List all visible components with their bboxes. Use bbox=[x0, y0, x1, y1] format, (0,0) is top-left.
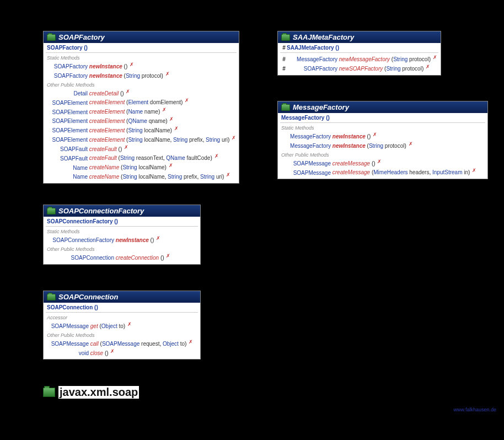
section-static: Static Methods bbox=[280, 125, 485, 131]
static-methods: SOAPFactory newInstance () ✗SOAPFactory … bbox=[46, 61, 237, 80]
method-row: SOAPElement createElement (String localN… bbox=[46, 125, 237, 135]
class-icon bbox=[47, 34, 56, 41]
method-row: SOAPConnection createConnection () ✗ bbox=[46, 253, 198, 262]
class-header: SOAPFactory bbox=[44, 31, 239, 43]
method-row: SOAPMessage call (SOAPMessage request, O… bbox=[46, 339, 198, 348]
class-header: SOAPConnectionFactory bbox=[44, 205, 200, 217]
method-row: Name createName (String localName, Strin… bbox=[46, 171, 237, 181]
class-soapfactory: SOAPFactory SOAPFactory () Static Method… bbox=[43, 31, 239, 184]
class-soapconnectionfactory: SOAPConnectionFactory SOAPConnectionFact… bbox=[43, 205, 201, 265]
class-body: SOAPFactory () Static Methods SOAPFactor… bbox=[44, 43, 239, 183]
static-methods: SOAPConnectionFactory newInstance () ✗ bbox=[46, 235, 198, 244]
class-body: #SAAJMetaFactory () #MessageFactory newM… bbox=[278, 43, 441, 75]
section-static: Static Methods bbox=[46, 228, 198, 235]
section-other: Other Public Methods bbox=[46, 332, 198, 339]
method-row: SOAPMessage createMessage (MimeHeaders h… bbox=[280, 167, 485, 176]
method-row: SOAPFactory newInstance () ✗ bbox=[46, 61, 237, 71]
class-messagefactory: MessageFactory MessageFactory () Static … bbox=[277, 101, 488, 179]
class-header: SAAJMetaFactory bbox=[278, 31, 441, 43]
class-soapconnection: SOAPConnection SOAPConnection () Accesso… bbox=[43, 291, 201, 359]
method-row: void close () ✗ bbox=[46, 348, 198, 357]
method-row: SOAPFault createFault () ✗ bbox=[46, 144, 237, 153]
other-methods: Detail createDetail () ✗SOAPElement crea… bbox=[46, 88, 237, 181]
method-row: SOAPFault createFault (String reasonText… bbox=[46, 153, 237, 162]
class-saajmetafactory: SAAJMetaFactory #SAAJMetaFactory () #Mes… bbox=[277, 31, 441, 76]
class-header: MessageFactory bbox=[278, 101, 487, 113]
class-header: SOAPConnection bbox=[44, 291, 200, 303]
method-row: SOAPElement createElement (String localN… bbox=[46, 135, 237, 144]
class-title: MessageFactory bbox=[293, 103, 349, 111]
class-title: SOAPFactory bbox=[58, 33, 105, 41]
constructor: SOAPConnectionFactory () bbox=[46, 218, 198, 225]
watermark: www.falkhausen.de bbox=[453, 407, 496, 412]
method-row: SOAPMessage createMessage () ✗ bbox=[280, 158, 485, 168]
other-methods: SOAPConnection createConnection () ✗ bbox=[46, 253, 198, 262]
method-row: SOAPConnectionFactory newInstance () ✗ bbox=[46, 235, 198, 244]
method-row: #MessageFactory newMessageFactory (Strin… bbox=[280, 54, 438, 63]
section-static: Static Methods bbox=[46, 55, 237, 61]
method-row: #SOAPFactory newSOAPFactory (String prot… bbox=[280, 63, 438, 73]
methods: #MessageFactory newMessageFactory (Strin… bbox=[280, 54, 438, 73]
package-name: javax.xml.soap bbox=[58, 386, 139, 399]
constructor: SOAPConnection () bbox=[46, 304, 198, 311]
method-row: SOAPElement createElement (QName qname) … bbox=[46, 116, 237, 125]
class-body: SOAPConnectionFactory () Static Methods … bbox=[44, 217, 200, 264]
class-body: SOAPConnection () Accessor SOAPMessage g… bbox=[44, 303, 200, 359]
method-row: Detail createDetail () ✗ bbox=[46, 88, 237, 98]
accessor-methods: SOAPMessage get (Object to) ✗ bbox=[46, 321, 198, 330]
package-title: javax.xml.soap bbox=[43, 386, 139, 399]
class-icon bbox=[47, 294, 56, 301]
constructor: #SAAJMetaFactory () bbox=[280, 44, 438, 51]
class-title: SAAJMetaFactory bbox=[293, 33, 354, 41]
section-other: Other Public Methods bbox=[280, 152, 485, 158]
other-methods: SOAPMessage createMessage () ✗SOAPMessag… bbox=[280, 158, 485, 177]
method-row: SOAPMessage get (Object to) ✗ bbox=[46, 321, 198, 330]
static-methods: MessageFactory newInstance () ✗MessageFa… bbox=[280, 131, 485, 150]
method-row: SOAPElement createElement (Element domEl… bbox=[46, 97, 237, 106]
method-row: MessageFactory newInstance () ✗ bbox=[280, 131, 485, 141]
class-body: MessageFactory () Static Methods Message… bbox=[278, 113, 487, 179]
section-accessor: Accessor bbox=[46, 314, 198, 321]
package-icon bbox=[43, 388, 55, 397]
method-row: SOAPElement createElement (Name name) ✗ bbox=[46, 106, 237, 116]
constructor: SOAPFactory () bbox=[46, 44, 237, 51]
method-row: SOAPFactory newInstance (String protocol… bbox=[46, 71, 237, 80]
class-icon bbox=[47, 208, 56, 214]
constructor: MessageFactory () bbox=[280, 114, 485, 121]
class-icon bbox=[281, 34, 290, 41]
class-title: SOAPConnection bbox=[58, 293, 118, 301]
class-icon bbox=[281, 104, 290, 111]
method-row: MessageFactory newInstance (String proto… bbox=[280, 141, 485, 150]
class-title: SOAPConnectionFactory bbox=[58, 207, 144, 215]
method-row: Name createName (String localName) ✗ bbox=[46, 162, 237, 171]
section-other: Other Public Methods bbox=[46, 246, 198, 253]
other-methods: SOAPMessage call (SOAPMessage request, O… bbox=[46, 339, 198, 357]
section-other: Other Public Methods bbox=[46, 82, 237, 88]
